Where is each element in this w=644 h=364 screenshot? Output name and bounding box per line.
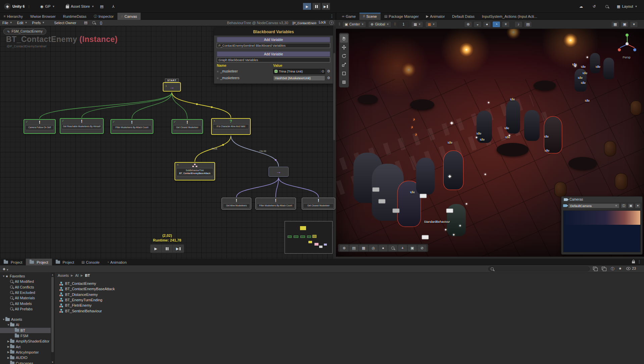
asset-row-bt-fletrienemy[interactable]: BT_FletriEnemy <box>59 303 92 308</box>
search-icon[interactable] <box>92 21 95 25</box>
expander-down-icon[interactable]: ▼ <box>2 275 5 278</box>
gizmo-sphere-icon[interactable]: ⊕ <box>464 21 472 28</box>
scene-effects-icon[interactable]: ▤ <box>524 21 532 28</box>
gizmo-y-axis[interactable] <box>626 34 629 37</box>
package-tray-button[interactable]: ▤ <box>100 0 103 13</box>
gizmo-center[interactable] <box>626 42 629 45</box>
edge-start-n3[interactable] <box>132 92 172 119</box>
bt-node-arrow[interactable]: → <box>268 167 289 177</box>
layout-menu[interactable]: ▦Layout▼ <box>617 0 637 13</box>
snap-increment-field[interactable]: 1 <box>398 21 409 28</box>
toolbar-grip[interactable]: ‖ <box>339 22 340 27</box>
tree-item-cutscenes[interactable]: Cutscenes <box>0 361 55 364</box>
object-picker-icon[interactable]: ⊙ <box>320 69 324 73</box>
lock-icon[interactable] <box>632 260 635 264</box>
tree-scroll-thumb[interactable] <box>51 277 54 352</box>
search-button[interactable] <box>605 0 608 13</box>
fsm-breadcrumb[interactable]: ∿FSM_ContactEnemy <box>3 28 46 35</box>
file-menu[interactable]: File▼ <box>0 20 15 26</box>
disabled-overlay-icon[interactable]: ⊘ <box>417 245 427 251</box>
tab-scene[interactable]: #Scene <box>359 13 381 20</box>
bottom-tab-console[interactable]: ▤Console <box>78 259 103 266</box>
bt-node-get-alive-musketeers[interactable]: !Get Alive Musketeers <box>221 198 251 210</box>
import-package-icon[interactable] <box>602 266 605 270</box>
tab-wwise-browser[interactable]: Wwise Browser <box>27 13 59 20</box>
lock-toggle[interactable]: Lock <box>319 20 326 24</box>
gear-icon[interactable]: ⚙ <box>327 76 330 80</box>
canvas-scrollbar[interactable] <box>333 26 335 259</box>
gizmo-z-axis[interactable] <box>633 48 636 51</box>
move-overlay-icon[interactable]: ⊕ <box>340 245 349 251</box>
asset-store-button[interactable]: Asset Store▼ <box>66 0 94 13</box>
bt-node-filter-musketeers-by-attack-count[interactable]: !Filter Musketeers By Attack Count <box>255 198 296 210</box>
expander-right-icon[interactable]: ▶ <box>7 345 10 348</box>
scene-orientation-gizmo[interactable] <box>616 34 638 55</box>
document-icon[interactable]: ▤ <box>84 20 87 25</box>
ui-overlay-icon[interactable]: ▤ <box>349 245 358 251</box>
camera-info-button[interactable]: ⓘ <box>621 203 627 208</box>
create-asset-button[interactable]: +▼ <box>3 266 9 272</box>
graph-play-button[interactable]: ▶ <box>150 245 162 253</box>
scene-overlay-grid-icon[interactable]: ▦ <box>611 21 619 28</box>
project-search-field[interactable] <box>488 266 590 271</box>
pause-button[interactable] <box>312 3 321 10</box>
camera-overlay-icon[interactable]: ▣ <box>408 245 417 251</box>
cameras-panel-header[interactable]: Cameras <box>561 197 642 202</box>
tab-hierarchy[interactable]: ≡Hierarchy <box>0 13 27 20</box>
tree-item-all-materials[interactable]: All Materials <box>0 295 55 301</box>
graph-pause-button[interactable] <box>162 245 173 253</box>
expander-down-icon[interactable]: ▼ <box>7 323 10 326</box>
drag-handle-icon[interactable]: ≡ <box>217 70 218 73</box>
move-tool[interactable] <box>340 43 348 51</box>
toolbar-grip[interactable]: ‖ <box>394 22 396 27</box>
tab-game[interactable]: ∞Game <box>338 13 359 20</box>
bt-node-filter-musketeers-by-attack-count[interactable]: ✓!Filter Musketeers By Attack Count <box>110 119 153 134</box>
expander-down-icon[interactable]: ▼ <box>2 318 5 321</box>
step-button[interactable]: ▶ <box>321 3 330 10</box>
rect-tool[interactable] <box>340 69 348 77</box>
graph-minimap[interactable] <box>285 221 333 254</box>
tree-item-all-prefabs[interactable]: All Prefabs <box>0 306 55 312</box>
edge-fwd-b3[interactable] <box>279 177 318 197</box>
hidden-count-indicator[interactable]: 23 <box>626 266 636 270</box>
bt-node-subbehaviourtree[interactable]: ◔SubBehaviourTreeBT_ContactEnemyBaseAtta… <box>175 162 215 180</box>
edge-n5-fwd[interactable] <box>231 136 279 166</box>
version-control-button[interactable]: Y <box>112 0 114 13</box>
edge-start-n5[interactable] <box>172 92 231 118</box>
add-variable-button[interactable]: Add Variable <box>217 37 330 42</box>
camera-options-button[interactable]: ▾ <box>635 203 641 208</box>
project-kebab-menu[interactable]: ⋮ <box>637 259 641 264</box>
open-in-new-icon[interactable] <box>593 266 596 270</box>
breadcrumb-assets[interactable]: Assets <box>58 273 69 277</box>
tree-item-bt[interactable]: BT <box>0 328 55 333</box>
asset-row-bt-sentinelbehaviour[interactable]: BT_SentinelBehaviour <box>59 308 102 314</box>
bt-node-get-closest-musketeer[interactable]: !Get Closest Musketeer <box>302 198 335 210</box>
bt-node-start[interactable]: START◔→ <box>163 82 181 92</box>
tree-item-all-modified[interactable]: All Modified <box>0 279 55 284</box>
drag-handle-icon[interactable]: ≡ <box>217 76 218 80</box>
pivot-center-dropdown[interactable]: ▣Center▼ <box>342 21 366 28</box>
scene-viewport[interactable]: ›››✦✦✦✦✦✦✦✦✦✦✦✦IdleIdleIdleIdleIdleIdleI… <box>336 29 644 257</box>
breadcrumb-bt[interactable]: BT <box>85 273 90 277</box>
bt-node-camera-follow-on-self[interactable]: ✓!Camera Follow On Self <box>23 119 56 134</box>
tree-item-fsm[interactable]: FSM <box>0 333 55 339</box>
tree-item-favorites[interactable]: ▼★Favorites <box>0 273 55 279</box>
solid-sphere-icon[interactable]: ● <box>379 245 388 251</box>
canvas-kebab-menu[interactable]: ⋮ <box>330 14 334 18</box>
expander-right-icon[interactable]: ▶ <box>7 340 10 343</box>
grid-snapping-dropdown[interactable]: ▦▼ <box>411 21 423 28</box>
view-hand-tool[interactable] <box>340 34 348 43</box>
camera-maximize-button[interactable]: ▣ <box>628 203 634 208</box>
bt-node-get-closest-musketeer[interactable]: ✓!Get Closest Musketeer <box>171 119 203 134</box>
tab-inputsystem-actions-input-acti[interactable]: InputSystem_Actions (Input Acti... <box>478 13 541 20</box>
asset-row-bt-enemyturnending[interactable]: BT_EnemyTurnEnding <box>59 297 102 303</box>
tree-scrollbar[interactable]: ▲ ▼ <box>51 273 54 364</box>
tree-item-amplifyshadereditor[interactable]: ▶AmplifyShaderEditor <box>0 339 55 344</box>
tree-item-all-excluded[interactable]: All Excluded <box>0 290 55 295</box>
tree-item-all-conflicts[interactable]: All Conflicts <box>0 284 55 290</box>
scroll-down-arrow[interactable]: ▼ <box>51 360 54 364</box>
tree-item-assets[interactable]: ▼Assets <box>0 317 55 322</box>
variable-value-field[interactable]: HashSet (MusketeerUnit) <box>273 75 325 81</box>
scroll-up-arrow[interactable]: ▲ <box>51 273 54 276</box>
info-icon[interactable]: ⓘ <box>611 266 614 271</box>
